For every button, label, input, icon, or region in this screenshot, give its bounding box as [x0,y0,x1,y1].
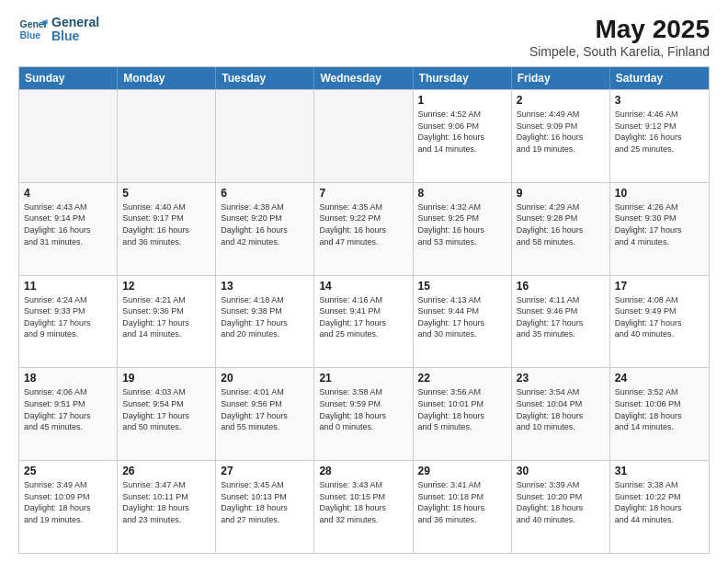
day-info: Sunrise: 4:38 AM Sunset: 9:20 PM Dayligh… [221,201,309,247]
day-info: Sunrise: 3:45 AM Sunset: 10:13 PM Daylig… [221,479,309,525]
day-number: 22 [418,372,506,385]
calendar: SundayMondayTuesdayWednesdayThursdayFrid… [18,66,710,554]
day-info: Sunrise: 3:54 AM Sunset: 10:04 PM Daylig… [517,386,605,432]
calendar-cell: 9Sunrise: 4:29 AM Sunset: 9:28 PM Daylig… [512,183,610,275]
calendar-cell: 11Sunrise: 4:24 AM Sunset: 9:33 PM Dayli… [19,276,118,368]
calendar-cell: 19Sunrise: 4:03 AM Sunset: 9:54 PM Dayli… [118,368,216,460]
day-info: Sunrise: 4:43 AM Sunset: 9:14 PM Dayligh… [24,201,112,247]
day-number: 10 [615,187,704,200]
day-info: Sunrise: 3:38 AM Sunset: 10:22 PM Daylig… [615,479,704,525]
day-info: Sunrise: 3:41 AM Sunset: 10:18 PM Daylig… [418,479,506,525]
subtitle: Simpele, South Karelia, Finland [529,44,710,59]
day-number: 16 [517,280,605,293]
day-info: Sunrise: 3:56 AM Sunset: 10:01 PM Daylig… [418,386,506,432]
day-info: Sunrise: 4:13 AM Sunset: 9:44 PM Dayligh… [418,294,506,340]
calendar-cell [216,90,314,182]
day-info: Sunrise: 4:29 AM Sunset: 9:28 PM Dayligh… [517,201,605,247]
calendar-row: 4Sunrise: 4:43 AM Sunset: 9:14 PM Daylig… [19,182,709,275]
day-info: Sunrise: 4:24 AM Sunset: 9:33 PM Dayligh… [24,294,112,340]
calendar-row: 11Sunrise: 4:24 AM Sunset: 9:33 PM Dayli… [19,275,709,368]
header-day-thursday: Thursday [414,67,512,89]
day-number: 2 [517,94,605,107]
header-day-friday: Friday [512,67,610,89]
calendar-cell: 24Sunrise: 3:52 AM Sunset: 10:06 PM Dayl… [610,368,709,460]
day-info: Sunrise: 4:40 AM Sunset: 9:17 PM Dayligh… [122,201,210,247]
calendar-cell: 22Sunrise: 3:56 AM Sunset: 10:01 PM Dayl… [414,368,512,460]
day-info: Sunrise: 4:03 AM Sunset: 9:54 PM Dayligh… [122,386,210,432]
day-number: 15 [418,280,506,293]
calendar-header: SundayMondayTuesdayWednesdayThursdayFrid… [19,67,709,89]
calendar-cell: 1Sunrise: 4:52 AM Sunset: 9:06 PM Daylig… [414,90,512,182]
day-number: 31 [615,465,704,477]
calendar-cell: 5Sunrise: 4:40 AM Sunset: 9:17 PM Daylig… [118,183,216,275]
day-info: Sunrise: 4:21 AM Sunset: 9:36 PM Dayligh… [122,294,210,340]
calendar-cell [19,90,118,182]
calendar-cell: 29Sunrise: 3:41 AM Sunset: 10:18 PM Dayl… [414,461,512,553]
svg-text:Blue: Blue [20,30,41,40]
day-number: 1 [418,94,506,107]
calendar-cell: 26Sunrise: 3:47 AM Sunset: 10:11 PM Dayl… [118,461,216,553]
day-number: 20 [221,372,309,385]
calendar-row: 25Sunrise: 3:49 AM Sunset: 10:09 PM Dayl… [19,460,709,553]
header: General Blue General Blue May 2025 Simpe… [18,15,710,59]
calendar-cell: 6Sunrise: 4:38 AM Sunset: 9:20 PM Daylig… [216,183,314,275]
calendar-cell: 28Sunrise: 3:43 AM Sunset: 10:15 PM Dayl… [314,461,413,553]
calendar-cell: 16Sunrise: 4:11 AM Sunset: 9:46 PM Dayli… [512,276,610,368]
title-block: May 2025 Simpele, South Karelia, Finland [529,15,710,59]
calendar-cell: 10Sunrise: 4:26 AM Sunset: 9:30 PM Dayli… [610,183,709,275]
day-number: 3 [615,94,704,107]
calendar-cell: 8Sunrise: 4:32 AM Sunset: 9:25 PM Daylig… [414,183,512,275]
day-number: 30 [517,465,605,477]
day-info: Sunrise: 4:01 AM Sunset: 9:56 PM Dayligh… [221,386,309,432]
day-info: Sunrise: 4:16 AM Sunset: 9:41 PM Dayligh… [319,294,407,340]
logo-text-general: General [51,16,99,29]
calendar-cell: 30Sunrise: 3:39 AM Sunset: 10:20 PM Dayl… [512,461,610,553]
calendar-cell [314,90,413,182]
logo-icon: General Blue [18,15,48,44]
calendar-cell: 3Sunrise: 4:46 AM Sunset: 9:12 PM Daylig… [610,90,709,182]
day-info: Sunrise: 4:35 AM Sunset: 9:22 PM Dayligh… [319,201,407,247]
day-info: Sunrise: 4:11 AM Sunset: 9:46 PM Dayligh… [517,294,605,340]
day-number: 13 [221,280,309,293]
day-info: Sunrise: 3:47 AM Sunset: 10:11 PM Daylig… [122,479,210,525]
day-number: 17 [615,280,704,293]
day-number: 11 [24,280,112,293]
calendar-cell: 12Sunrise: 4:21 AM Sunset: 9:36 PM Dayli… [118,276,216,368]
logo-text-blue: Blue [51,29,99,43]
calendar-cell: 7Sunrise: 4:35 AM Sunset: 9:22 PM Daylig… [314,183,413,275]
header-day-monday: Monday [118,67,216,89]
calendar-cell: 18Sunrise: 4:06 AM Sunset: 9:51 PM Dayli… [19,368,118,460]
day-number: 21 [319,372,407,385]
day-number: 5 [122,187,210,200]
page: General Blue General Blue May 2025 Simpe… [0,0,728,563]
day-number: 29 [418,465,506,477]
day-number: 27 [221,465,309,477]
logo: General Blue General Blue [18,15,99,44]
day-info: Sunrise: 4:06 AM Sunset: 9:51 PM Dayligh… [24,386,112,432]
day-info: Sunrise: 4:18 AM Sunset: 9:38 PM Dayligh… [221,294,309,340]
day-info: Sunrise: 4:26 AM Sunset: 9:30 PM Dayligh… [615,201,704,247]
day-number: 28 [319,465,407,477]
header-day-saturday: Saturday [610,67,709,89]
day-number: 25 [24,465,112,477]
day-number: 24 [615,372,704,385]
day-number: 18 [24,372,112,385]
calendar-cell: 23Sunrise: 3:54 AM Sunset: 10:04 PM Dayl… [512,368,610,460]
day-number: 7 [319,187,407,200]
calendar-cell: 25Sunrise: 3:49 AM Sunset: 10:09 PM Dayl… [19,461,118,553]
calendar-cell: 4Sunrise: 4:43 AM Sunset: 9:14 PM Daylig… [19,183,118,275]
calendar-cell: 13Sunrise: 4:18 AM Sunset: 9:38 PM Dayli… [216,276,314,368]
day-number: 19 [122,372,210,385]
day-number: 26 [122,465,210,477]
calendar-cell [118,90,216,182]
header-day-wednesday: Wednesday [314,67,413,89]
day-info: Sunrise: 3:58 AM Sunset: 9:59 PM Dayligh… [319,386,407,432]
calendar-cell: 21Sunrise: 3:58 AM Sunset: 9:59 PM Dayli… [314,368,413,460]
calendar-cell: 14Sunrise: 4:16 AM Sunset: 9:41 PM Dayli… [314,276,413,368]
day-info: Sunrise: 4:08 AM Sunset: 9:49 PM Dayligh… [615,294,704,340]
day-info: Sunrise: 4:52 AM Sunset: 9:06 PM Dayligh… [418,109,506,155]
calendar-row: 18Sunrise: 4:06 AM Sunset: 9:51 PM Dayli… [19,367,709,460]
calendar-row: 1Sunrise: 4:52 AM Sunset: 9:06 PM Daylig… [19,89,709,182]
day-info: Sunrise: 4:49 AM Sunset: 9:09 PM Dayligh… [517,109,605,155]
day-number: 23 [517,372,605,385]
